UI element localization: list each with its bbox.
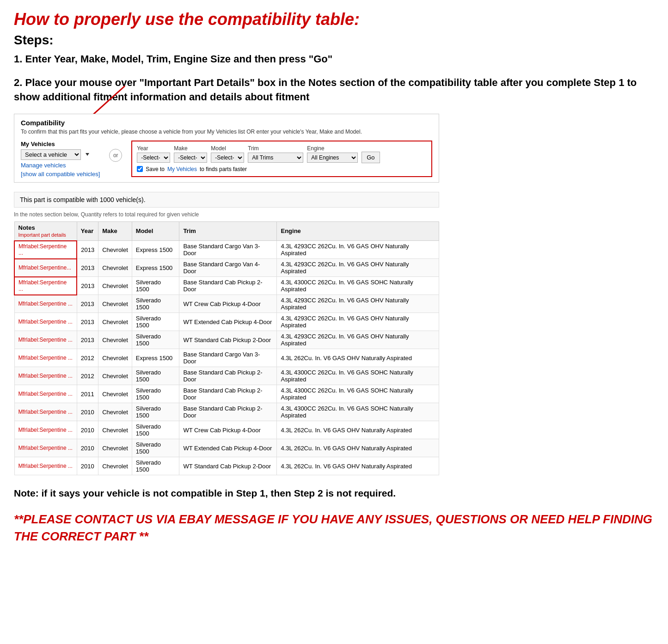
make-cell: Chevrolet xyxy=(98,259,132,277)
engine-cell: 4.3L 4293CC 262Cu. In. V6 GAS OHV Natura… xyxy=(277,313,439,331)
contact-text: **PLEASE CONTACT US VIA EBAY MESSAGE IF … xyxy=(14,511,654,545)
make-cell: Chevrolet xyxy=(98,295,132,313)
make-cell: Chevrolet xyxy=(98,349,132,367)
go-button[interactable]: Go xyxy=(362,152,380,163)
engine-cell: 4.3L 262Cu. In. V6 GAS OHV Naturally Asp… xyxy=(277,439,439,457)
col-header-trim: Trim xyxy=(179,221,277,241)
year-cell: 2013 xyxy=(77,241,98,259)
engine-select[interactable]: All Engines xyxy=(307,153,358,163)
my-vehicles-link[interactable]: My Vehicles xyxy=(167,166,197,172)
col-header-notes: Notes Important part details xyxy=(14,221,77,241)
trim-field-group: Trim All Trims xyxy=(248,145,303,163)
notes-cell: Mfrlabel:Serpentine ... xyxy=(14,277,77,295)
year-cell: 2013 xyxy=(77,313,98,331)
table-row: Mfrlabel:Serpentine ...2010ChevroletSilv… xyxy=(14,403,439,421)
vehicle-select[interactable]: Select a vehicle xyxy=(21,149,81,160)
notes-cell: Mfrlabel:Serpentine ... xyxy=(14,331,77,349)
year-cell: 2010 xyxy=(77,403,98,421)
table-row: Mfrlabel:Serpentine ...2010ChevroletSilv… xyxy=(14,457,439,475)
save-checkbox[interactable] xyxy=(137,166,143,172)
notes-cell: Mfrlabel:Serpentine ... xyxy=(14,241,77,259)
notes-cell: Mfrlabel:Serpentine... xyxy=(14,259,77,277)
engine-label: Engine xyxy=(307,145,358,152)
year-cell: 2013 xyxy=(77,259,98,277)
make-select[interactable]: -Select- xyxy=(174,153,207,163)
trim-cell: Base Standard Cargo Van 3-Door xyxy=(179,349,277,367)
make-cell: Chevrolet xyxy=(98,421,132,439)
year-cell: 2013 xyxy=(77,277,98,295)
chevron-down-icon xyxy=(86,153,89,156)
save-label-suffix: to finds parts faster xyxy=(200,166,247,172)
model-cell: Silverado 1500 xyxy=(132,313,179,331)
table-row: Mfrlabel:Serpentine ...2013ChevroletSilv… xyxy=(14,331,439,349)
make-field-group: Make -Select- xyxy=(174,145,207,163)
year-field-group: Year -Select- xyxy=(137,145,170,163)
my-vehicles-section: My Vehicles Select a vehicle Manage vehi… xyxy=(21,141,100,178)
step1-text: 1. Enter Year, Make, Model, Trim, Engine… xyxy=(14,52,654,67)
make-cell: Chevrolet xyxy=(98,385,132,403)
trim-cell: WT Extended Cab Pickup 4-Door xyxy=(179,439,277,457)
notes-cell: Mfrlabel:Serpentine ... xyxy=(14,385,77,403)
notes-cell: Mfrlabel:Serpentine ... xyxy=(14,403,77,421)
engine-cell: 4.3L 4293CC 262Cu. In. V6 GAS OHV Natura… xyxy=(277,241,439,259)
model-cell: Silverado 1500 xyxy=(132,457,179,475)
make-cell: Chevrolet xyxy=(98,439,132,457)
model-cell: Express 1500 xyxy=(132,241,179,259)
table-header-row: Notes Important part details Year Make M… xyxy=(14,221,439,241)
make-cell: Chevrolet xyxy=(98,241,132,259)
table-row: Mfrlabel:Serpentine ...2013ChevroletSilv… xyxy=(14,295,439,313)
table-row: Mfrlabel:Serpentine ...2011ChevroletSilv… xyxy=(14,385,439,403)
engine-cell: 4.3L 4300CC 262Cu. In. V6 GAS SOHC Natur… xyxy=(277,403,439,421)
make-cell: Chevrolet xyxy=(98,403,132,421)
manage-vehicles-link[interactable]: Manage vehicles xyxy=(21,162,100,169)
notes-cell: Mfrlabel:Serpentine ... xyxy=(14,439,77,457)
col-header-make: Make xyxy=(98,221,132,241)
table-row: Mfrlabel:Serpentine ...2010ChevroletSilv… xyxy=(14,421,439,439)
make-cell: Chevrolet xyxy=(98,367,132,385)
year-cell: 2010 xyxy=(77,457,98,475)
trim-cell: WT Crew Cab Pickup 4-Door xyxy=(179,421,277,439)
compatibility-panel: Compatibility To confirm that this part … xyxy=(14,114,439,183)
col-header-model: Model xyxy=(132,221,179,241)
table-row: Mfrlabel:Serpentine...2013ChevroletExpre… xyxy=(14,259,439,277)
make-cell: Chevrolet xyxy=(98,277,132,295)
show-compatible-link[interactable]: [show all compatible vehicles] xyxy=(21,171,100,178)
compat-form-row: My Vehicles Select a vehicle Manage vehi… xyxy=(21,141,432,178)
table-row: Mfrlabel:Serpentine ...2010ChevroletSilv… xyxy=(14,439,439,457)
model-field-group: Model -Select- xyxy=(211,145,244,163)
engine-cell: 4.3L 262Cu. In. V6 GAS OHV Naturally Asp… xyxy=(277,349,439,367)
make-label: Make xyxy=(174,145,207,152)
notes-cell: Mfrlabel:Serpentine ... xyxy=(14,295,77,313)
make-cell: Chevrolet xyxy=(98,331,132,349)
year-cell: 2012 xyxy=(77,349,98,367)
trim-label: Trim xyxy=(248,145,303,152)
compat-title: Compatibility xyxy=(21,119,432,127)
trim-cell: Base Standard Cab Pickup 2-Door xyxy=(179,403,277,421)
compatible-message: This part is compatible with 1000 vehicl… xyxy=(14,192,439,208)
col-header-year: Year xyxy=(77,221,98,241)
trim-cell: Base Standard Cab Pickup 2-Door xyxy=(179,367,277,385)
vehicle-select-row: Select a vehicle xyxy=(21,149,100,160)
engine-cell: 4.3L 4300CC 262Cu. In. V6 GAS SOHC Natur… xyxy=(277,385,439,403)
table-row: Mfrlabel:Serpentine ...2013ChevroletSilv… xyxy=(14,277,439,295)
trim-cell: Base Standard Cargo Van 4-Door xyxy=(179,259,277,277)
vehicle-form-section: Year -Select- Make -Select- Model xyxy=(131,141,432,177)
trim-cell: WT Crew Cab Pickup 4-Door xyxy=(179,295,277,313)
trim-cell: Base Standard Cargo Van 3-Door xyxy=(179,241,277,259)
model-cell: Silverado 1500 xyxy=(132,295,179,313)
save-label-prefix: Save to xyxy=(146,166,165,172)
trim-select[interactable]: All Trims xyxy=(248,153,303,163)
year-cell: 2013 xyxy=(77,295,98,313)
model-select[interactable]: -Select- xyxy=(211,153,244,163)
table-row: Mfrlabel:Serpentine ...2013ChevroletExpr… xyxy=(14,241,439,259)
make-cell: Chevrolet xyxy=(98,457,132,475)
model-cell: Express 1500 xyxy=(132,349,179,367)
year-select[interactable]: -Select- xyxy=(137,153,170,163)
step2-text: 2. Place your mouse over "Important Part… xyxy=(14,76,654,104)
engine-cell: 4.3L 262Cu. In. V6 GAS OHV Naturally Asp… xyxy=(277,457,439,475)
compat-subtitle: To confirm that this part fits your vehi… xyxy=(21,129,432,135)
steps-title: Steps: xyxy=(14,33,654,48)
model-cell: Express 1500 xyxy=(132,259,179,277)
quantity-note: In the notes section below, Quantity ref… xyxy=(14,211,439,218)
engine-cell: 4.3L 262Cu. In. V6 GAS OHV Naturally Asp… xyxy=(277,421,439,439)
